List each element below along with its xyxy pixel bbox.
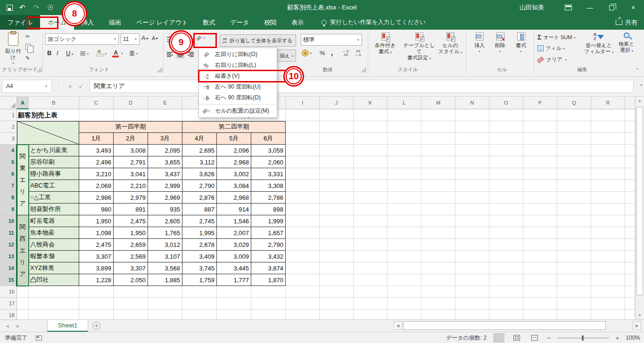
value-cell-F5[interactable]: 3,112 bbox=[182, 156, 217, 168]
cell-C18[interactable] bbox=[79, 310, 114, 319]
cell-A17[interactable] bbox=[17, 298, 29, 310]
cell-P9[interactable] bbox=[523, 204, 557, 215]
value-cell-E4[interactable]: 2,095 bbox=[148, 145, 182, 156]
cell-J4[interactable] bbox=[320, 145, 354, 156]
cell-partial-8[interactable] bbox=[625, 192, 635, 204]
value-cell-E10[interactable]: 2,605 bbox=[148, 215, 182, 227]
value-cell-H13[interactable]: 3,432 bbox=[251, 251, 286, 262]
cell-J10[interactable] bbox=[320, 215, 354, 227]
value-cell-D15[interactable]: 2,050 bbox=[114, 274, 148, 286]
font-dialog-launcher[interactable] bbox=[157, 67, 162, 72]
sort-filter-button[interactable]: AZ 並べ替えとフィルター ▾ bbox=[584, 33, 614, 56]
month-header-5月[interactable]: 5月 bbox=[217, 133, 251, 145]
cell-partial-18[interactable] bbox=[625, 310, 635, 319]
cell-D18[interactable] bbox=[114, 310, 148, 319]
cell-M9[interactable] bbox=[421, 204, 455, 215]
value-cell-E7[interactable]: 2,999 bbox=[148, 180, 182, 192]
decrease-font-icon[interactable]: A▼ bbox=[152, 35, 158, 41]
cell-J5[interactable] bbox=[320, 156, 354, 168]
autosum-button[interactable]: Σオート SUM▾ bbox=[537, 33, 575, 41]
cell-O7[interactable] bbox=[489, 180, 523, 192]
fill-button[interactable]: ↓フィル▾ bbox=[537, 45, 565, 52]
cell-P8[interactable] bbox=[523, 192, 557, 204]
cell-I9[interactable] bbox=[286, 204, 320, 215]
cell-J14[interactable] bbox=[320, 262, 354, 274]
menu-item-rotate-up-90[interactable]: ↑ab 左へ 90 度回転(U) bbox=[199, 82, 277, 92]
cell-J16[interactable] bbox=[320, 286, 354, 298]
quarter-header-1[interactable]: 第一四半期 bbox=[79, 121, 182, 133]
cell-P15[interactable] bbox=[523, 274, 557, 286]
value-cell-C4[interactable]: 3,493 bbox=[79, 145, 114, 156]
scroll-down-icon[interactable]: ▼ bbox=[636, 313, 644, 318]
cell-Q12[interactable] bbox=[557, 239, 591, 251]
cell-R8[interactable] bbox=[591, 192, 625, 204]
cell-Q9[interactable] bbox=[557, 204, 591, 215]
value-cell-G6[interactable]: 3,002 bbox=[217, 168, 251, 180]
value-cell-E12[interactable]: 3,012 bbox=[148, 239, 182, 251]
cell-partial-13[interactable] bbox=[625, 251, 635, 262]
value-cell-H7[interactable]: 3,308 bbox=[251, 180, 286, 192]
value-cell-D10[interactable]: 2,475 bbox=[114, 215, 148, 227]
scroll-right-icon[interactable]: ▶ bbox=[633, 321, 641, 330]
column-header-I[interactable]: I bbox=[286, 97, 320, 109]
wrap-text-button[interactable]: abc↩ 折り返して全体を表示する bbox=[220, 34, 296, 47]
cell-R15[interactable] bbox=[591, 274, 625, 286]
cell-O13[interactable] bbox=[489, 251, 523, 262]
cell-J1[interactable] bbox=[320, 109, 354, 121]
cell-I6[interactable] bbox=[286, 168, 320, 180]
value-cell-G9[interactable]: 914 bbox=[217, 204, 251, 215]
value-cell-G15[interactable]: 1,777 bbox=[217, 274, 251, 286]
cell-K14[interactable] bbox=[354, 262, 388, 274]
user-name[interactable]: 山田知美 bbox=[520, 3, 544, 12]
cell-O8[interactable] bbox=[489, 192, 523, 204]
cell-I1[interactable] bbox=[286, 109, 320, 121]
horizontal-scroll-thumb[interactable] bbox=[403, 321, 606, 330]
cell-K5[interactable] bbox=[354, 156, 388, 168]
cell-F17[interactable] bbox=[182, 298, 217, 310]
bold-button[interactable]: B bbox=[47, 49, 51, 57]
value-cell-H15[interactable]: 1,870 bbox=[251, 274, 286, 286]
cell-O15[interactable] bbox=[489, 274, 523, 286]
cell-O18[interactable] bbox=[489, 310, 523, 319]
phonetic-button[interactable]: 亜▾ bbox=[129, 49, 138, 57]
cell-R14[interactable] bbox=[591, 262, 625, 274]
cell-K1[interactable] bbox=[354, 109, 388, 121]
column-header-D[interactable]: D bbox=[114, 97, 148, 109]
column-header-K[interactable]: K bbox=[354, 97, 388, 109]
cell-K12[interactable] bbox=[354, 239, 388, 251]
cell-I13[interactable] bbox=[286, 251, 320, 262]
column-header-P[interactable]: P bbox=[523, 97, 557, 109]
underline-button[interactable]: U bbox=[66, 49, 70, 57]
cell-H16[interactable] bbox=[251, 286, 286, 298]
cell-L13[interactable] bbox=[388, 251, 421, 262]
value-cell-H14[interactable]: 3,874 bbox=[251, 262, 286, 274]
page-break-view-button[interactable] bbox=[529, 333, 540, 343]
cell-G18[interactable] bbox=[217, 310, 251, 319]
cell-J17[interactable] bbox=[320, 298, 354, 310]
cell-K9[interactable] bbox=[354, 204, 388, 215]
cell-partial-5[interactable] bbox=[625, 156, 635, 168]
cell-O17[interactable] bbox=[489, 298, 523, 310]
row-header-3[interactable]: 3 bbox=[0, 133, 17, 145]
cell-M6[interactable] bbox=[421, 168, 455, 180]
column-header-L[interactable]: L bbox=[388, 97, 421, 109]
cell-J11[interactable] bbox=[320, 227, 354, 239]
vertical-scrollbar[interactable]: ▲ ▼ bbox=[635, 97, 644, 319]
cell-G16[interactable] bbox=[217, 286, 251, 298]
column-header-E[interactable]: E bbox=[148, 97, 182, 109]
value-cell-G8[interactable]: 2,968 bbox=[217, 192, 251, 204]
value-cell-F14[interactable]: 3,745 bbox=[182, 262, 217, 274]
cell-I5[interactable] bbox=[286, 156, 320, 168]
cell-partial-6[interactable] bbox=[625, 168, 635, 180]
sheet-title-cell[interactable]: 顧客別売上表 bbox=[18, 109, 112, 121]
value-cell-C14[interactable]: 3,899 bbox=[79, 262, 114, 274]
month-header-4月[interactable]: 4月 bbox=[182, 133, 217, 145]
cell-O1[interactable] bbox=[489, 109, 523, 121]
cell-O14[interactable] bbox=[489, 262, 523, 274]
cell-O10[interactable] bbox=[489, 215, 523, 227]
cell-E16[interactable] bbox=[148, 286, 182, 298]
value-cell-D11[interactable]: 1,950 bbox=[114, 227, 148, 239]
cell-Q11[interactable] bbox=[557, 227, 591, 239]
cell-K16[interactable] bbox=[354, 286, 388, 298]
cell-E18[interactable] bbox=[148, 310, 182, 319]
